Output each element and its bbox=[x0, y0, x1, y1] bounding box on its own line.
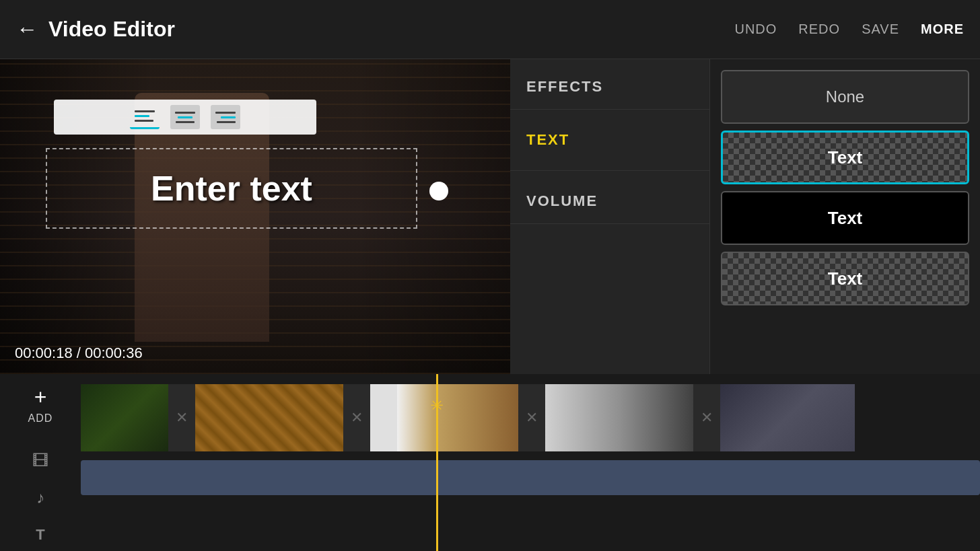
add-button[interactable]: + ADD bbox=[28, 385, 53, 425]
text-track bbox=[81, 501, 980, 536]
x-mark-1: ✕ bbox=[176, 409, 188, 427]
undo-button[interactable]: UNDO bbox=[734, 22, 777, 37]
x-mark-4: ✕ bbox=[701, 409, 713, 427]
track-icons: 🎞 ♪ T 🎤 bbox=[26, 442, 55, 551]
audio-track[interactable] bbox=[81, 460, 980, 495]
position-sun-icon: ✳ bbox=[430, 396, 444, 415]
video-preview[interactable]: Enter text 00:00:18 / 00:00:36 bbox=[0, 59, 510, 374]
film-separator-4: ✕ bbox=[693, 384, 720, 451]
film-thumb-4[interactable] bbox=[545, 384, 693, 451]
add-label: ADD bbox=[28, 412, 53, 425]
film-thumb-2[interactable] bbox=[195, 384, 343, 451]
save-button[interactable]: SAVE bbox=[862, 22, 899, 37]
text-label: TEXT bbox=[526, 131, 569, 148]
film-thumb-3b[interactable] bbox=[397, 384, 518, 451]
text-input-overlay[interactable]: Enter text bbox=[46, 148, 417, 229]
page-title: Video Editor bbox=[48, 17, 734, 42]
audio-bar bbox=[81, 460, 980, 495]
text-style-transparent-2[interactable]: Text bbox=[721, 252, 969, 305]
text-toolbar[interactable] bbox=[54, 100, 316, 135]
text-label-3: Text bbox=[828, 268, 863, 289]
film-track-icon[interactable]: 🎞 bbox=[26, 446, 55, 476]
align-left-icon[interactable] bbox=[130, 105, 160, 129]
align-center-icon[interactable] bbox=[170, 105, 200, 129]
x-mark-2: ✕ bbox=[351, 409, 363, 427]
header-actions: UNDO REDO SAVE MORE bbox=[734, 22, 964, 37]
video-timestamp: 00:00:18 / 00:00:36 bbox=[15, 344, 143, 362]
film-thumb-5[interactable] bbox=[720, 384, 855, 451]
text-label-2: Text bbox=[828, 208, 863, 229]
middle-panel: EFFECTS TEXT VOLUME bbox=[510, 59, 709, 374]
text-section[interactable]: TEXT bbox=[510, 110, 709, 171]
timeline-left-controls: + ADD 🎞 ♪ T 🎤 bbox=[0, 374, 81, 551]
main-area: Enter text 00:00:18 / 00:00:36 EFFECTS T… bbox=[0, 59, 980, 374]
more-button[interactable]: MORE bbox=[921, 22, 964, 37]
film-separator-3: ✕ bbox=[518, 384, 545, 451]
drag-handle[interactable] bbox=[429, 182, 448, 200]
film-thumb-3[interactable] bbox=[370, 384, 397, 451]
back-button[interactable]: ← bbox=[16, 17, 38, 42]
text-label-1: Text bbox=[828, 147, 863, 168]
text-style-black-bg[interactable]: Text bbox=[721, 191, 969, 245]
volume-section[interactable]: VOLUME bbox=[510, 171, 709, 224]
add-plus-icon: + bbox=[34, 385, 47, 410]
video-track: ✕ ✕ ✕ ✳ bbox=[81, 381, 980, 455]
timeline-tracks: 00:00:04 ✕ ✕ bbox=[81, 374, 980, 551]
back-arrow-icon: ← bbox=[16, 17, 38, 42]
text-style-none[interactable]: None bbox=[721, 70, 969, 124]
effects-label: EFFECTS bbox=[526, 78, 603, 95]
x-mark-3: ✕ bbox=[526, 409, 538, 427]
align-right-icon[interactable] bbox=[211, 105, 240, 129]
timeline: + ADD 🎞 ♪ T 🎤 00:00:04 bbox=[0, 374, 980, 551]
film-separator-1: ✕ bbox=[168, 384, 195, 451]
right-panel: None Text Text Text bbox=[709, 59, 980, 374]
voice-track bbox=[81, 542, 980, 551]
film-thumb-1[interactable] bbox=[81, 384, 168, 451]
header: ← Video Editor UNDO REDO SAVE MORE bbox=[0, 0, 980, 59]
film-separator-2: ✕ bbox=[343, 384, 370, 451]
music-track-icon[interactable]: ♪ bbox=[26, 483, 55, 513]
text-track-icon[interactable]: T bbox=[26, 520, 55, 550]
redo-button[interactable]: REDO bbox=[798, 22, 840, 37]
none-label: None bbox=[826, 87, 864, 106]
effects-section[interactable]: EFFECTS bbox=[510, 59, 709, 110]
text-style-transparent-selected[interactable]: Text bbox=[721, 131, 969, 184]
volume-label: VOLUME bbox=[526, 192, 598, 209]
film-strip: ✕ ✕ ✕ ✳ bbox=[81, 384, 980, 451]
enter-text-placeholder: Enter text bbox=[151, 168, 312, 209]
